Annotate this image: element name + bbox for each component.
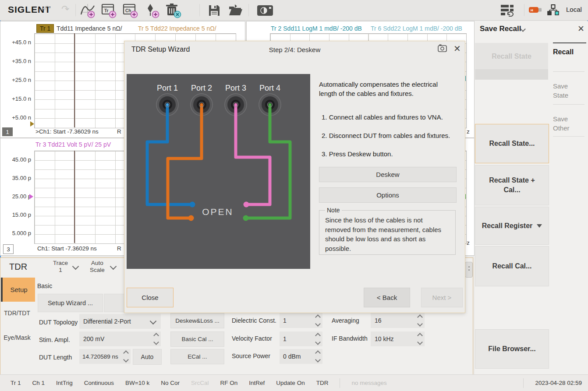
chart3-ytick: 35.00 p [6, 175, 31, 181]
tab-tdr-tdt[interactable]: TDR/TDT [1, 310, 33, 317]
add-trace-math-icon[interactable] [79, 3, 96, 18]
top-toolbar: SIGLENT ↶ ↷ Tr Ch [0, 0, 588, 21]
tab-divider [553, 104, 584, 105]
toolbar-divider [248, 4, 249, 16]
toolbar-divider [75, 4, 76, 16]
tab-recall[interactable]: Recall [553, 48, 574, 56]
status-channel[interactable]: Ch 1 [32, 380, 45, 386]
tab-eye-mask[interactable]: Eye/Mask [1, 334, 33, 341]
deskew-step-3: 3. Press Deskew button. [322, 150, 393, 158]
averaging-spinner[interactable] [418, 315, 422, 326]
panel-splitter-handle[interactable] [465, 262, 473, 278]
dut-length-spinner[interactable] [124, 351, 128, 362]
options-button[interactable]: Options [319, 187, 457, 203]
status-trace[interactable]: Tr 1 [11, 380, 21, 386]
trace5-label[interactable]: Tr 5 Tdd22 Impedance 5 nΩ/ [138, 25, 216, 32]
status-reference[interactable]: IntRef [249, 380, 265, 386]
trace1-active-badge[interactable]: Tr 1 [36, 24, 54, 33]
deskew-button[interactable]: Deskew [319, 167, 457, 182]
tab-divider [553, 71, 584, 72]
ecal-button[interactable]: ECal ... [170, 349, 224, 364]
averaging-input[interactable]: 16 [371, 313, 425, 328]
chart3-footer[interactable]: Ch1: Start -7.36029 ns [37, 245, 97, 252]
setup-wizard-button[interactable]: Setup Wizard ... [38, 294, 103, 312]
dielectric-const-input[interactable]: 1 [280, 313, 322, 328]
chart4-footer-fragment: z [467, 240, 470, 246]
dut-topology-dropdown[interactable]: Differential 2-Port [79, 314, 161, 329]
window-layout-icon[interactable] [499, 4, 518, 17]
chart2-footer-fragment: z [467, 128, 470, 135]
dropdown-chevron-icon [150, 318, 157, 325]
status-rf[interactable]: RF On [220, 380, 238, 386]
file-browser-button[interactable]: File Browser... [475, 329, 549, 369]
recall-state-cal-button[interactable]: Recall State + Cal... [475, 165, 549, 205]
deskew-step-1: 1. Connect all cables and fixtures to VN… [322, 113, 443, 121]
local-remote-label[interactable]: Local [566, 6, 582, 13]
tab-save-other[interactable]: Save Other [553, 114, 576, 133]
velocity-spinner[interactable] [316, 334, 320, 344]
trace3-reference-marker[interactable] [29, 194, 33, 199]
if-bandwidth-input[interactable]: 10 kHz [371, 331, 425, 346]
redo-icon[interactable]: ↷ [61, 4, 69, 15]
toolbar-divider [524, 4, 524, 16]
tab-setup[interactable]: Setup [1, 278, 35, 302]
trace6-label[interactable]: Tr 6 Sdd22 LogM 1 mdB/ -200 dB [371, 25, 462, 32]
if-bandwidth-spinner[interactable] [418, 334, 422, 344]
tab-save-state[interactable]: Save State [553, 81, 576, 100]
delete-icon[interactable] [165, 3, 182, 18]
stim-ampl-spinner[interactable] [154, 334, 158, 344]
add-channel-icon[interactable]: Ch [122, 3, 139, 18]
add-trace-icon[interactable]: Tr [101, 3, 117, 18]
recall-state-disabled-label: Recall State [475, 53, 548, 60]
status-mode[interactable]: TDR [316, 380, 329, 386]
status-correction[interactable]: No Cor [161, 380, 180, 386]
recall-register-button[interactable]: Recall Register [475, 207, 549, 245]
tdr-panel-title: TDR [9, 262, 27, 272]
screenshot-icon[interactable] [256, 4, 274, 17]
status-update[interactable]: Update On [276, 380, 305, 386]
trace-selector[interactable]: Trace 1 [51, 260, 70, 274]
lan-network-icon[interactable] [547, 4, 559, 16]
velocity-factor-input[interactable]: 1 [280, 331, 322, 346]
sidebar-title[interactable]: Save Recall [480, 25, 521, 33]
chart3-zero-reference-line [74, 151, 75, 243]
trace1-label[interactable]: Tdd11 Impedance 5 nΩ/ [57, 25, 122, 32]
usb-device-icon[interactable]: H [528, 5, 543, 15]
trace1-reference-marker[interactable] [30, 121, 34, 127]
autoscale-selector[interactable]: Auto Scale [87, 260, 108, 274]
close-button[interactable]: Close [127, 288, 174, 307]
undo-icon[interactable]: ↶ [43, 4, 50, 15]
source-power-spinner[interactable] [316, 351, 320, 362]
basic-cal-button[interactable]: Basic Cal ... [170, 331, 224, 347]
chart1-footer[interactable]: >Ch1: Start -7.36029 ns [35, 128, 99, 135]
vna-screen: SIGLENT ↶ ↷ Tr Ch [0, 0, 588, 391]
autoscale-chevron-icon[interactable] [110, 263, 117, 270]
dialog-close-icon[interactable]: ✕ [453, 43, 461, 54]
dielectric-spinner[interactable] [316, 315, 320, 326]
add-marker-icon[interactable] [144, 3, 160, 18]
dialog-screenshot-icon[interactable] [437, 44, 448, 53]
status-bandwidth[interactable]: BW=10 k [125, 380, 149, 386]
source-power-input[interactable]: 0 dBm [280, 349, 322, 364]
open-file-icon[interactable] [228, 4, 244, 17]
recall-cal-button[interactable]: Recall Cal... [475, 246, 549, 286]
partially-hidden-button[interactable] [104, 294, 125, 312]
deskew-loss-button[interactable]: Deskew&Loss ... [170, 313, 224, 328]
dut-length-auto-button[interactable]: Auto [133, 349, 162, 365]
trace-selector-chevron-icon[interactable] [72, 263, 79, 270]
open-termination-label: OPEN [202, 207, 234, 217]
chart1-ytick: +45.0 n [6, 39, 31, 46]
basic-group-label: Basic [37, 282, 52, 289]
back-button[interactable]: < Back [364, 288, 410, 307]
status-trigger[interactable]: IntTrig [56, 380, 73, 386]
stim-ampl-input[interactable]: 200 mV [79, 331, 161, 346]
sidebar-close-icon[interactable]: ✕ [577, 24, 584, 34]
note-text: Since the loss of the cables is not remo… [325, 215, 450, 253]
save-icon[interactable] [207, 4, 221, 17]
trace2-label[interactable]: Tr 2 Sdd11 LogM 1 mdB/ -200 dB [271, 25, 362, 32]
trace3-label[interactable]: Tr 3 Tdd21 Volt 5 pV/ 25 pV [35, 141, 111, 148]
next-button[interactable]: Next > [421, 288, 463, 307]
dut-length-input[interactable]: 14.720589 ns [79, 349, 131, 364]
status-sweep-mode[interactable]: Continuous [84, 380, 114, 386]
recall-state-button[interactable]: Recall State... [475, 124, 549, 163]
